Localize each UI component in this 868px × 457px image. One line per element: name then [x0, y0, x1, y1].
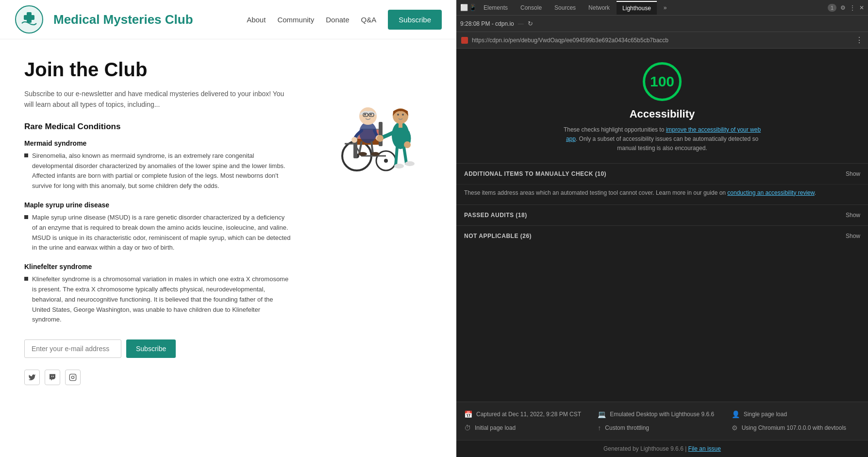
main-content: Join the Club Subscribe to our e-newslet… — [0, 39, 456, 405]
svg-point-17 — [370, 114, 372, 116]
devtools-footer: 📅 Captured at Dec 11, 2022, 9:28 PM CST … — [456, 402, 868, 440]
nav-subscribe-button[interactable]: Subscribe — [388, 10, 442, 30]
intro-text: Subscribe to our e-newsletter and have m… — [24, 88, 291, 110]
instagram-icon[interactable] — [65, 370, 81, 385]
social-row — [24, 370, 291, 385]
footer-single-page: 👤 Single page load — [732, 410, 860, 419]
audit-note-text: These items address areas which an autom… — [464, 189, 727, 196]
svg-point-21 — [351, 137, 357, 143]
close-icon[interactable]: ✕ — [859, 4, 864, 11]
condition-klinefelter-desc: Klinefelter syndrome is a chromosomal va… — [24, 274, 291, 325]
svg-point-5 — [74, 375, 75, 376]
audit-passed-row[interactable]: PASSED AUDITS (18) Show — [456, 204, 868, 225]
devtools-tabs-bar: ⬜ 📱 Elements Console Sources Network Lig… — [456, 0, 868, 16]
calendar-icon: 📅 — [464, 410, 472, 418]
tab-lighthouse[interactable]: Lighthouse — [617, 1, 657, 15]
footer-single-page-text: Single page load — [744, 410, 787, 419]
page-title: Join the Club — [24, 59, 291, 81]
score-section: 100 Accessibility These checks highlight… — [456, 49, 868, 163]
svg-point-24 — [371, 152, 380, 156]
condition-maple: Maple syrup urine disease Maple syrup ur… — [24, 201, 291, 253]
audit-passed-label: PASSED AUDITS (18) — [464, 212, 527, 219]
gear-icon: ⚙ — [732, 424, 738, 432]
condition-mermaid-text: Sirenomelia, also known as mermaid syndr… — [32, 151, 291, 191]
nav-about[interactable]: About — [247, 16, 266, 24]
tab-sources[interactable]: Sources — [549, 1, 582, 14]
audit-passed-show[interactable]: Show — [846, 212, 860, 219]
twitch-icon[interactable] — [45, 370, 60, 385]
condition-maple-text: Maple syrup urine disease (MSUD) is a ra… — [32, 213, 291, 253]
tab-badge: 1 — [828, 4, 836, 12]
nav-donate[interactable]: Donate — [326, 16, 349, 24]
tab-network[interactable]: Network — [583, 1, 616, 14]
footer-throttling: ↑ Custom throttling — [598, 423, 726, 432]
devtools-url-more-icon[interactable]: ⋮ — [855, 35, 863, 45]
site-logo — [15, 5, 44, 34]
nav-community[interactable]: Community — [277, 16, 314, 24]
footer-emulated-text: Emulated Desktop with Lighthouse 9.6.6 — [610, 410, 714, 419]
email-input[interactable] — [24, 339, 121, 358]
devtools-refresh-icon[interactable]: ↻ — [528, 20, 533, 27]
devtools-url: https://cdpn.io/pen/debug/VwdOaqp/ee0945… — [472, 37, 851, 44]
svg-point-27 — [397, 114, 399, 116]
devtools-urlbar: 9:28:08 PM - cdpn.io — ↻ — [456, 16, 868, 32]
devtools-inspector-icon[interactable]: ⬜ — [460, 4, 468, 11]
throttle-icon: ↑ — [598, 424, 601, 432]
content-left: Join the Club Subscribe to our e-newslet… — [24, 59, 291, 385]
footer-initial-text: Initial page load — [475, 423, 516, 432]
devtools-panel: ⬜ 📱 Elements Console Sources Network Lig… — [456, 0, 868, 457]
svg-point-32 — [394, 164, 404, 169]
audit-manual-check-row[interactable]: ADDITIONAL ITEMS TO MANUALLY CHECK (10) … — [456, 163, 868, 184]
condition-mermaid-desc: Sirenomelia, also known as mermaid syndr… — [24, 151, 291, 191]
condition-maple-title: Maple syrup urine disease — [24, 201, 291, 209]
audit-na-show[interactable]: Show — [846, 233, 860, 239]
score-desc-part1: These checks highlight opportunities to — [564, 126, 666, 133]
svg-rect-3 — [69, 374, 76, 380]
illustration-area — [306, 59, 432, 385]
devtools-time: 9:28:08 PM - cdpn.io — [460, 20, 514, 27]
conducting-link[interactable]: conducting an accessibility review — [727, 189, 814, 196]
footer-throttle-text: Custom throttling — [605, 423, 649, 432]
twitter-icon[interactable] — [24, 370, 40, 385]
subscribe-row: Subscribe — [24, 339, 291, 358]
devtools-device-icon[interactable]: 📱 — [469, 4, 477, 11]
footer-initial: ⏱ Initial page load — [464, 423, 593, 432]
footer-emulated: 💻 Emulated Desktop with Lighthouse 9.6.6 — [598, 410, 726, 419]
footer-captured-text: Captured at Dec 11, 2022, 9:28 PM CST — [476, 410, 581, 419]
footer-captured: 📅 Captured at Dec 11, 2022, 9:28 PM CST — [464, 410, 593, 419]
nav-links: About Community Donate Q&A Subscribe — [247, 10, 442, 30]
svg-point-9 — [384, 159, 388, 163]
svg-point-33 — [405, 161, 415, 166]
audit-manual-note: These items address areas which an autom… — [456, 184, 868, 204]
tab-more[interactable]: » — [658, 1, 673, 14]
tab-console[interactable]: Console — [515, 1, 548, 14]
audit-na-row[interactable]: NOT APPLICABLE (26) Show — [456, 225, 868, 246]
condition-klinefelter: Klinefelter syndrome Klinefelter syndrom… — [24, 263, 291, 325]
audit-manual-show[interactable]: Show — [846, 170, 860, 177]
more-icon[interactable]: ⋮ — [850, 4, 855, 11]
condition-mermaid-title: Mermaid syndrome — [24, 139, 291, 147]
score-desc-part2: . Only a subset of accessibility issues … — [576, 135, 758, 152]
svg-point-23 — [358, 152, 367, 156]
person-icon: 👤 — [732, 410, 740, 418]
site-brand: Medical Mysteries Club — [53, 12, 237, 27]
file-issue-link[interactable]: File an issue — [688, 445, 721, 452]
score-description: These checks highlight opportunities to … — [560, 125, 764, 153]
audit-note-suffix: . — [815, 189, 816, 196]
devtools-generated: Generated by Lighthouse 9.6.6 | File an … — [456, 440, 868, 457]
tab-elements[interactable]: Elements — [478, 1, 514, 14]
condition-mermaid: Mermaid syndrome Sirenomelia, also known… — [24, 139, 291, 191]
devtools-toolbar-icons: 1 ⚙ ⋮ ✕ — [828, 4, 864, 12]
svg-point-28 — [402, 114, 404, 116]
condition-klinefelter-title: Klinefelter syndrome — [24, 263, 291, 271]
desktop-icon: 💻 — [598, 410, 606, 418]
devtools-url-row: https://cdpn.io/pen/debug/VwdOaqp/ee0945… — [456, 32, 868, 49]
svg-rect-2 — [24, 15, 34, 20]
audit-manual-label: ADDITIONAL ITEMS TO MANUALLY CHECK (10) — [464, 170, 606, 177]
settings-icon[interactable]: ⚙ — [840, 4, 846, 11]
website-panel: Medical Mysteries Club About Community D… — [0, 0, 456, 457]
svg-point-16 — [364, 114, 366, 116]
subscribe-button[interactable]: Subscribe — [126, 339, 176, 358]
nav-bar: Medical Mysteries Club About Community D… — [0, 0, 456, 39]
nav-qa[interactable]: Q&A — [361, 16, 377, 24]
